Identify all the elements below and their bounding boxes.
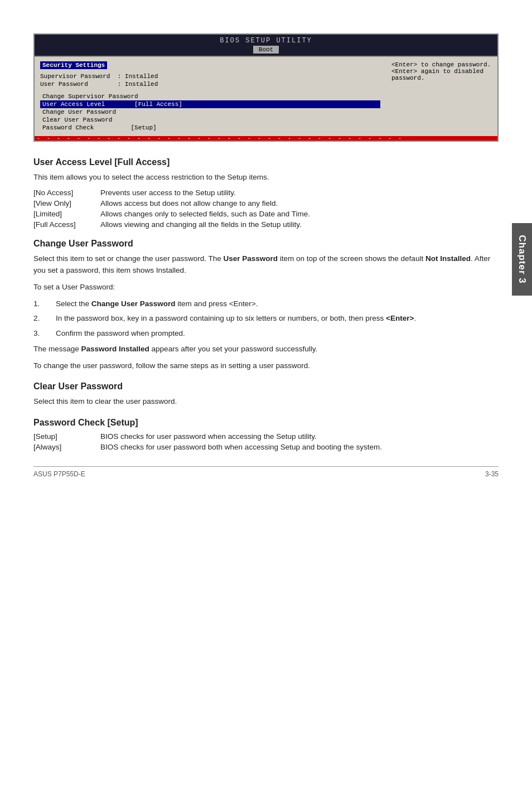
bios-tab-bar: Boot: [35, 45, 497, 56]
section-heading-user-access: User Access Level [Full Access]: [33, 157, 499, 167]
option-no-access: [No Access] Prevents user access to the …: [33, 189, 499, 197]
bios-user-password: User Password : Installed: [40, 80, 380, 88]
bios-item-user-access: User Access Level [Full Access]: [40, 100, 380, 108]
chapter-label: Chapter 3: [512, 223, 532, 296]
bios-item-change-user: Change User Password: [40, 108, 380, 116]
section-change-user-password: Change User Password Select this item to…: [33, 239, 499, 371]
option-always: [Always] BIOS checks for user password b…: [33, 443, 499, 451]
footer-left: ASUS P7P55D-E: [33, 470, 85, 478]
bios-tab-boot: Boot: [253, 46, 279, 54]
page-footer: ASUS P7P55D-E 3-35: [33, 466, 499, 478]
option-limited: [Limited] Allows changes only to selecte…: [33, 210, 499, 218]
bios-supervisor-password: Supervisor Password : Installed: [40, 73, 380, 80]
bios-screenshot: BIOS SETUP UTILITY Boot Security Setting…: [33, 33, 499, 142]
post-list-text: The message Password Installed appears a…: [33, 344, 499, 355]
option-full-access: [Full Access] Allows viewing and changin…: [33, 220, 499, 229]
bios-dashes: - - - - - - - - - - - - - - - - - - - - …: [35, 136, 497, 141]
bios-item-password-check: Password Check [Setup]: [40, 124, 380, 132]
section-clear-user-password: Clear User Password Select this item to …: [33, 381, 499, 407]
numbered-item-2: 2. In the password box, key in a passwor…: [33, 313, 499, 324]
chapter-text: Chapter 3: [516, 235, 528, 283]
numbered-item-1: 1. Select the Change User Password item …: [33, 298, 499, 310]
section-heading-password-check: Password Check [Setup]: [33, 418, 499, 428]
section-password-check: Password Check [Setup] [Setup] BIOS chec…: [33, 418, 499, 451]
bios-left-panel: Security Settings Supervisor Password : …: [35, 57, 386, 136]
numbered-list-password: 1. Select the Change User Password item …: [33, 298, 499, 339]
section-intro-clear-password: Select this item to clear the user passw…: [33, 396, 499, 407]
section-heading-change-password: Change User Password: [33, 239, 499, 249]
bios-title: BIOS SETUP UTILITY: [35, 35, 497, 45]
bios-item-change-supervisor: Change Supervisor Password: [40, 93, 380, 100]
option-setup: [Setup] BIOS checks for user password wh…: [33, 432, 499, 441]
bios-item-clear-user: Clear User Password: [40, 116, 380, 124]
section-intro-user-access: This item allows you to select the acces…: [33, 172, 499, 183]
pre-list-text: To set a User Password:: [33, 282, 499, 293]
numbered-item-3: 3. Confirm the password when prompted.: [33, 328, 499, 339]
section-user-access-level: User Access Level [Full Access] This ite…: [33, 157, 499, 229]
section-heading-clear-password: Clear User Password: [33, 381, 499, 392]
post-list2-text: To change the user password, follow the …: [33, 360, 499, 371]
option-view-only: [View Only] Allows access but does not a…: [33, 199, 499, 207]
bios-section-title: Security Settings: [40, 61, 107, 69]
password-check-options: [Setup] BIOS checks for user password wh…: [33, 432, 499, 451]
section-intro-change-password: Select this item to set or change the us…: [33, 253, 499, 276]
bios-right-panel: <Enter> to change password.<Enter> again…: [386, 57, 497, 136]
footer-right: 3-35: [485, 470, 499, 478]
user-access-options: [No Access] Prevents user access to the …: [33, 189, 499, 229]
